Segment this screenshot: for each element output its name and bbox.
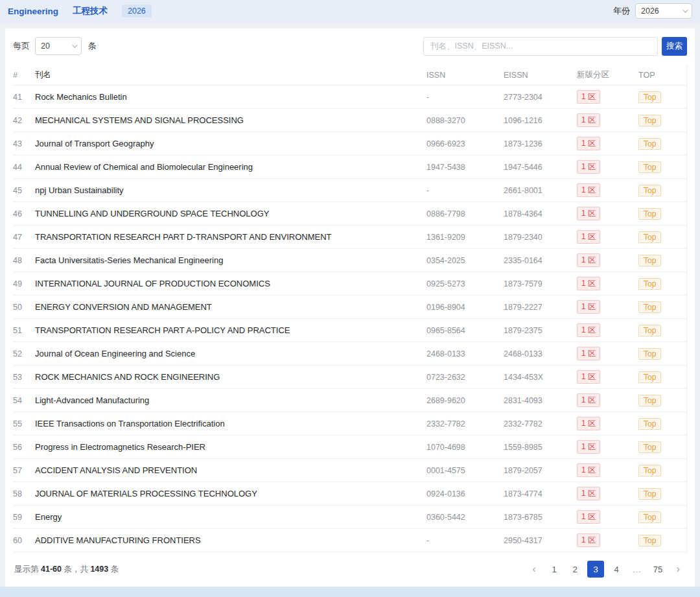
- year-select[interactable]: 2026: [635, 3, 692, 19]
- journal-name[interactable]: Journal of Ocean Engineering and Science: [35, 349, 426, 358]
- partition-badge: 1 区: [577, 277, 600, 290]
- top-cell: Top: [638, 255, 686, 266]
- issn-value: 0354-2025: [426, 256, 504, 265]
- per-page-select[interactable]: 20: [35, 37, 82, 55]
- table-row[interactable]: 52Journal of Ocean Engineering and Scien…: [13, 342, 686, 366]
- page-button[interactable]: 3: [587, 561, 604, 578]
- journal-name[interactable]: Annual Review of Chemical and Biomolecul…: [35, 162, 426, 172]
- row-number: 53: [13, 373, 35, 382]
- row-number: 59: [13, 513, 35, 522]
- journal-name[interactable]: IEEE Transactions on Transportation Elec…: [35, 419, 426, 428]
- partition-badge: 1 区: [577, 113, 600, 127]
- search-input[interactable]: [423, 37, 658, 56]
- journal-name[interactable]: MECHANICAL SYSTEMS AND SIGNAL PROCESSING: [35, 115, 426, 125]
- pagination-ellipsis[interactable]: ...: [629, 561, 646, 578]
- journal-name[interactable]: Progress in Electromagnetics Research-PI…: [35, 442, 426, 452]
- table-row[interactable]: 43Journal of Transport Geography0966-692…: [13, 132, 686, 156]
- journal-name[interactable]: TRANSPORTATION RESEARCH PART D-TRANSPORT…: [35, 232, 426, 242]
- prev-page-icon[interactable]: ‹: [526, 561, 542, 578]
- table-row[interactable]: 47TRANSPORTATION RESEARCH PART D-TRANSPO…: [13, 226, 686, 249]
- issn-value: 2332-7782: [426, 419, 504, 428]
- top-cell: Top: [638, 115, 686, 126]
- top-cell: Top: [638, 278, 686, 290]
- top-cell: Top: [638, 511, 686, 523]
- col-header-index: #: [13, 71, 35, 80]
- eissn-value: 1873-4774: [504, 489, 577, 498]
- table-row[interactable]: 46TUNNELLING AND UNDERGROUND SPACE TECHN…: [13, 202, 686, 226]
- category-tab-engineering[interactable]: Engineering: [8, 6, 58, 16]
- chevron-down-icon: [72, 42, 77, 47]
- partition-cell: 1 区: [577, 417, 638, 430]
- table-row[interactable]: 44Annual Review of Chemical and Biomolec…: [13, 156, 686, 179]
- next-page-icon[interactable]: ›: [670, 561, 686, 578]
- partition-badge: 1 区: [577, 533, 600, 547]
- table-row[interactable]: 48Facta Universitatis-Series Mechanical …: [13, 249, 686, 272]
- page-button[interactable]: 1: [546, 561, 563, 578]
- table-row[interactable]: 49INTERNATIONAL JOURNAL OF PRODUCTION EC…: [13, 272, 686, 296]
- table-body: 41Rock Mechanics Bulletin-2773-23041 区To…: [13, 86, 686, 552]
- eissn-value: 1559-8985: [504, 443, 577, 452]
- top-cell: Top: [638, 91, 686, 103]
- journal-name[interactable]: ROCK MECHANICS AND ROCK ENGINEERING: [35, 372, 426, 382]
- top-badge: Top: [638, 138, 661, 150]
- partition-badge: 1 区: [577, 487, 600, 500]
- table-row[interactable]: 51TRANSPORTATION RESEARCH PART A-POLICY …: [13, 319, 686, 342]
- page-button[interactable]: 4: [608, 561, 625, 578]
- table-row[interactable]: 45npj Urban Sustainability-2661-80011 区T…: [13, 179, 686, 202]
- col-header-issn: ISSN: [426, 71, 504, 80]
- page-button[interactable]: 75: [649, 561, 666, 578]
- partition-badge: 1 区: [577, 137, 600, 150]
- journal-name[interactable]: JOURNAL OF MATERIALS PROCESSING TECHNOLO…: [35, 489, 426, 498]
- eissn-value: 2468-0133: [504, 349, 577, 358]
- year-tag[interactable]: 2026: [122, 5, 152, 18]
- table-row[interactable]: 60ADDITIVE MANUFACTURING FRONTIERS-2950-…: [13, 529, 686, 552]
- top-badge: Top: [638, 91, 661, 103]
- page-button[interactable]: 2: [566, 561, 583, 578]
- table-row[interactable]: 41Rock Mechanics Bulletin-2773-23041 区To…: [13, 86, 686, 109]
- partition-cell: 1 区: [577, 160, 638, 174]
- table-row[interactable]: 54Light-Advanced Manufacturing2689-96202…: [13, 389, 686, 412]
- journal-name[interactable]: TRANSPORTATION RESEARCH PART A-POLICY AN…: [35, 325, 426, 335]
- journal-name[interactable]: Rock Mechanics Bulletin: [35, 92, 426, 102]
- journal-name[interactable]: Energy: [35, 512, 426, 522]
- table-row[interactable]: 59Energy0360-54421873-67851 区Top: [13, 506, 686, 529]
- summary-prefix: 显示第: [14, 565, 41, 574]
- eissn-value: 1879-2340: [504, 233, 577, 242]
- table-row[interactable]: 53ROCK MECHANICS AND ROCK ENGINEERING072…: [13, 366, 686, 389]
- eissn-value: 1873-6785: [504, 513, 577, 522]
- top-cell: Top: [638, 301, 686, 313]
- issn-value: 0925-5273: [426, 279, 504, 288]
- issn-value: 0965-8564: [426, 326, 504, 335]
- journal-name[interactable]: Facta Universitatis-Series Mechanical En…: [35, 255, 426, 265]
- search-button[interactable]: 搜索: [662, 37, 687, 56]
- eissn-value: 1434-453X: [504, 373, 577, 382]
- table-row[interactable]: 58JOURNAL OF MATERIALS PROCESSING TECHNO…: [13, 482, 686, 506]
- journal-name[interactable]: ACCIDENT ANALYSIS AND PREVENTION: [35, 465, 426, 475]
- top-badge: Top: [638, 465, 661, 476]
- table-row[interactable]: 57ACCIDENT ANALYSIS AND PREVENTION0001-4…: [13, 459, 686, 482]
- top-cell: Top: [638, 371, 686, 383]
- partition-cell: 1 区: [577, 347, 638, 360]
- journal-name[interactable]: Journal of Transport Geography: [35, 139, 426, 148]
- issn-value: 0886-7798: [426, 209, 504, 218]
- top-badge: Top: [638, 231, 661, 243]
- partition-badge: 1 区: [577, 323, 600, 337]
- table-row[interactable]: 42MECHANICAL SYSTEMS AND SIGNAL PROCESSI…: [13, 109, 686, 132]
- row-number: 43: [13, 139, 35, 148]
- journal-name[interactable]: INTERNATIONAL JOURNAL OF PRODUCTION ECON…: [35, 279, 426, 288]
- journal-name[interactable]: ADDITIVE MANUFACTURING FRONTIERS: [35, 535, 426, 545]
- journal-name[interactable]: npj Urban Sustainability: [35, 185, 426, 195]
- journal-name[interactable]: TUNNELLING AND UNDERGROUND SPACE TECHNOL…: [35, 209, 426, 218]
- category-tab-gongchengjishu[interactable]: 工程技术: [73, 5, 108, 17]
- partition-cell: 1 区: [577, 113, 638, 127]
- top-badge: Top: [638, 418, 661, 430]
- table-row[interactable]: 56Progress in Electromagnetics Research-…: [13, 436, 686, 459]
- journal-name[interactable]: ENERGY CONVERSION AND MANAGEMENT: [35, 302, 426, 312]
- col-header-partition: 新版分区: [577, 69, 638, 80]
- table-row[interactable]: 50ENERGY CONVERSION AND MANAGEMENT0196-8…: [13, 296, 686, 319]
- journal-name[interactable]: Light-Advanced Manufacturing: [35, 395, 426, 405]
- table-row[interactable]: 55IEEE Transactions on Transportation El…: [13, 412, 686, 436]
- row-number: 42: [13, 116, 35, 125]
- col-header-name: 刊名: [35, 69, 426, 80]
- partition-badge: 1 区: [577, 183, 600, 197]
